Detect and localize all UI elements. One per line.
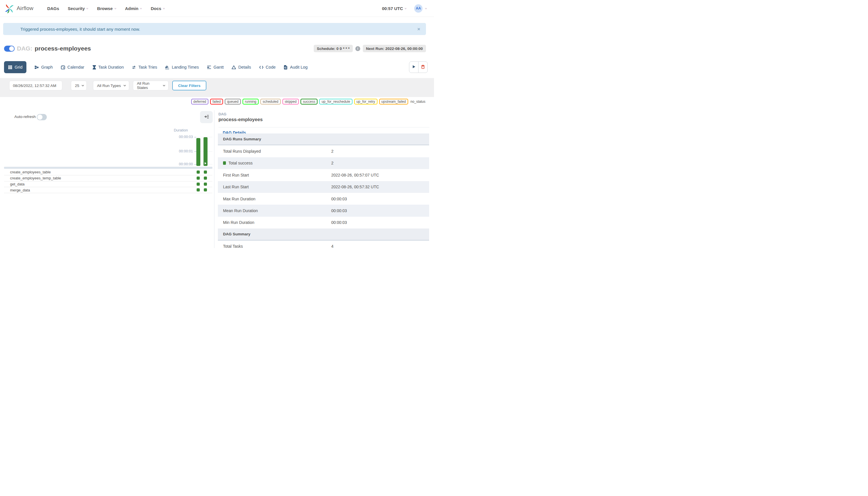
tab-graph[interactable]: Graph [34, 61, 52, 73]
dag-pause-toggle[interactable] [4, 46, 15, 52]
trigger-alert-banner: Triggered process-employees, it should s… [3, 23, 426, 35]
delete-dag-button[interactable] [418, 62, 428, 73]
axis-tick-mark [194, 151, 196, 152]
nav-item-browse[interactable]: Browse [97, 6, 116, 11]
dag-header-badges: Schedule: 0 0 * * * i Next Run: 2022-08-… [314, 45, 426, 52]
tab-details[interactable]: Details [232, 61, 251, 73]
task-instance-square[interactable] [197, 188, 200, 191]
row-label: Last Run Start [218, 185, 331, 189]
table-row: Total Tasks 4 [218, 241, 429, 248]
row-value: 00:00:03 [331, 220, 347, 225]
panel-dag-title: process-employees [218, 117, 263, 122]
num-runs-select[interactable]: 25 [71, 81, 87, 90]
repeat-icon [132, 65, 136, 69]
task-instance-square[interactable] [197, 170, 200, 174]
grid-icon [8, 65, 12, 69]
tab-audit-log[interactable]: Audit Log [283, 61, 307, 73]
row-value: 2022-08-26, 00:57:07 UTC [331, 173, 379, 177]
filter-bar [0, 78, 434, 97]
dag-run-bar[interactable] [196, 138, 200, 166]
tab-gantt[interactable]: Gantt [207, 61, 223, 73]
run-types-value: All Run Types [97, 83, 121, 88]
nav-item-security[interactable]: Security [68, 6, 89, 11]
task-row: create_employees_table [4, 169, 213, 175]
tab-label: Gantt [214, 65, 223, 69]
nav-item-docs[interactable]: Docs [151, 6, 165, 11]
duration-axis-label: Duration [167, 128, 195, 132]
chevron-down-icon[interactable] [425, 8, 427, 10]
legend-up-for-retry: up_for_retry [354, 99, 377, 105]
run-types-select[interactable]: All Run Types [93, 81, 129, 90]
axis-tick: 00:00:03 [161, 135, 193, 139]
task-instance-square[interactable] [204, 188, 207, 191]
num-runs-value: 25 [75, 83, 79, 88]
row-label: Min Run Duration [218, 220, 331, 225]
auto-refresh-label: Auto-refresh [14, 114, 35, 119]
tab-task-duration[interactable]: Task Duration [92, 61, 124, 73]
legend-deferred: deferred [191, 99, 209, 105]
axis-tick-mark [194, 137, 196, 138]
dag-run-bar[interactable] [203, 137, 207, 166]
task-name[interactable]: create_employees_temp_table [4, 176, 61, 180]
row-label: Mean Run Duration [218, 208, 331, 213]
dag-kicker: DAG: [17, 45, 32, 52]
base-date-input[interactable] [10, 81, 62, 90]
success-swatch-icon [223, 161, 226, 165]
tab-calendar[interactable]: Calendar [61, 61, 84, 73]
toggle-details-panel-button[interactable] [200, 111, 213, 123]
status-legend: deferred failed queued running scheduled… [191, 99, 426, 105]
task-row: merge_data [4, 187, 213, 193]
run-states-select[interactable]: All Run States [133, 81, 169, 90]
table-row: Max Run Duration 00:00:03 [218, 193, 429, 205]
play-icon [412, 65, 416, 70]
clear-filters-button[interactable]: Clear Filters [172, 81, 206, 90]
row-label: Max Run Duration [218, 197, 331, 201]
schedule-badge: Schedule: 0 0 * * * [314, 45, 353, 52]
details-panel: DAG process-employees DAG Details DAG Ru… [214, 110, 434, 248]
panel-kicker: DAG [218, 112, 227, 116]
nav-menu: DAGs Security Browse Admin Docs [47, 6, 165, 11]
task-instance-square[interactable] [197, 176, 200, 180]
task-instance-square[interactable] [204, 170, 207, 174]
task-row: get_data [4, 182, 213, 187]
task-instance-square[interactable] [197, 183, 200, 186]
audit-log-icon [283, 65, 288, 69]
task-instance-square[interactable] [204, 176, 207, 180]
tab-grid[interactable]: Grid [4, 61, 27, 73]
toggle-knob [9, 46, 14, 51]
table-section-header: DAG Runs Summary [218, 134, 429, 145]
tab-code[interactable]: Code [259, 61, 276, 73]
task-instance-square[interactable] [204, 183, 207, 186]
table-row: Total success 2 [218, 157, 429, 169]
table-row: Mean Run Duration 00:00:03 [218, 205, 429, 216]
tab-landing-times[interactable]: Landing Times [165, 61, 199, 73]
nav-item-dags[interactable]: DAGs [47, 6, 59, 11]
close-icon[interactable]: × [417, 27, 420, 32]
row-value: 00:00:03 [331, 208, 347, 213]
task-name[interactable]: get_data [4, 182, 25, 186]
tab-label: Task Duration [98, 65, 124, 69]
trigger-dag-button[interactable] [409, 62, 418, 73]
tab-label: Details [238, 65, 251, 69]
legend-up-for-reschedule: up_for_reschedule [319, 99, 352, 105]
nav-right: 00:57 UTC AA [382, 4, 427, 13]
row-value: 2 [331, 161, 334, 165]
nav-item-admin[interactable]: Admin [125, 6, 142, 11]
auto-refresh-toggle[interactable] [37, 114, 47, 120]
section-label: DAG Runs Summary [218, 137, 331, 141]
clock-dropdown[interactable]: 00:57 UTC [382, 6, 407, 11]
avatar[interactable]: AA [414, 4, 422, 13]
info-icon[interactable]: i [355, 46, 360, 51]
trash-icon [421, 65, 425, 70]
legend-failed: failed [210, 99, 223, 105]
chevron-down-icon [123, 85, 126, 87]
table-row: Last Run Start 2022-08-26, 00:57:32 UTC [218, 181, 429, 193]
row-label: Total Runs Displayed [218, 149, 331, 154]
dag-actions [409, 61, 428, 73]
airflow-logo-icon [4, 3, 15, 14]
tab-task-tries[interactable]: Task Tries [132, 61, 157, 73]
legend-no-status: no_status [410, 99, 426, 104]
task-name[interactable]: create_employees_table [4, 170, 51, 174]
task-name[interactable]: merge_data [4, 188, 30, 192]
next-run-badge: Next Run: 2022-08-26, 00:00:00 [363, 45, 426, 52]
